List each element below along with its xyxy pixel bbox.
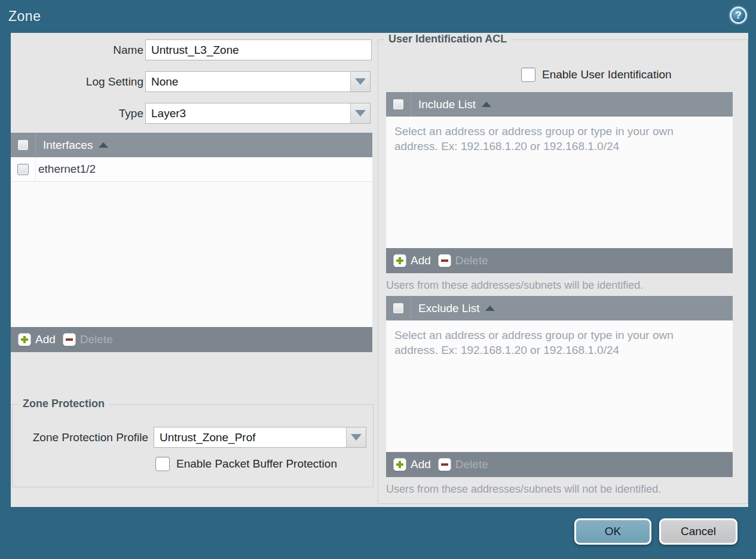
dialog-title: Zone bbox=[8, 8, 41, 25]
enable-user-identification-checkbox[interactable] bbox=[521, 68, 535, 82]
name-value: Untrust_L3_Zone bbox=[151, 44, 239, 57]
add-icon bbox=[393, 254, 406, 267]
zone-protection-profile-dropdown-button[interactable] bbox=[346, 427, 366, 447]
include-list-note: Users from these addresses/subnets will … bbox=[386, 279, 643, 292]
name-input[interactable]: Untrust_L3_Zone bbox=[145, 39, 372, 60]
log-setting-dropdown-button[interactable] bbox=[350, 72, 370, 91]
interfaces-table-toolbar: Add Delete bbox=[11, 327, 372, 352]
sort-ascending-icon bbox=[485, 306, 495, 311]
enable-packet-buffer-label: Enable Packet Buffer Protection bbox=[176, 457, 337, 471]
type-dropdown-button[interactable] bbox=[350, 103, 370, 123]
exclude-list-column-header[interactable]: Exclude List bbox=[418, 302, 495, 315]
interfaces-header-checkbox-cell bbox=[11, 133, 36, 157]
include-list-body[interactable]: Select an address or address group or ty… bbox=[386, 117, 733, 248]
include-list-column-header[interactable]: Include List bbox=[418, 98, 491, 111]
exclude-list-body[interactable]: Select an address or address group or ty… bbox=[386, 320, 733, 452]
interfaces-table-body: ethernet1/2 bbox=[11, 157, 372, 327]
chevron-down-icon bbox=[355, 78, 366, 85]
cancel-button[interactable]: Cancel bbox=[659, 518, 737, 545]
include-list-header[interactable]: Include List bbox=[386, 92, 733, 117]
row-checkbox[interactable] bbox=[17, 164, 29, 175]
packet-buffer-row: Enable Packet Buffer Protection bbox=[155, 457, 337, 471]
exclude-list-placeholder: Select an address or address group or ty… bbox=[386, 320, 721, 365]
exclude-list-toolbar: Add Delete bbox=[386, 452, 733, 477]
delete-button[interactable]: Delete bbox=[438, 458, 488, 471]
zone-protection-section: Zone Protection Zone Protection Profile … bbox=[12, 404, 374, 487]
add-button[interactable]: Add bbox=[393, 458, 431, 471]
interfaces-select-all-checkbox[interactable] bbox=[17, 139, 29, 151]
add-button[interactable]: Add bbox=[18, 333, 56, 346]
user-identification-section: User Identification ACL Enable User Iden… bbox=[378, 39, 748, 504]
chevron-down-icon bbox=[355, 110, 366, 117]
exclude-list-header[interactable]: Exclude List bbox=[386, 296, 733, 320]
type-label: Type bbox=[11, 107, 143, 120]
log-setting-select[interactable]: None bbox=[145, 71, 371, 92]
table-row[interactable]: ethernet1/2 bbox=[11, 157, 372, 182]
ok-button[interactable]: OK bbox=[574, 518, 651, 545]
include-select-all-checkbox[interactable] bbox=[393, 99, 404, 110]
user-identification-legend: User Identification ACL bbox=[384, 33, 511, 45]
enable-user-id-row: Enable User Identification bbox=[521, 68, 672, 82]
interface-name: ethernet1/2 bbox=[38, 163, 96, 176]
delete-icon bbox=[63, 333, 76, 346]
zone-protection-legend: Zone Protection bbox=[19, 398, 109, 410]
name-label: Name bbox=[11, 44, 143, 57]
enable-packet-buffer-checkbox[interactable] bbox=[155, 457, 170, 471]
chevron-down-icon bbox=[351, 434, 362, 441]
include-list-toolbar: Add Delete bbox=[386, 248, 733, 273]
type-select[interactable]: Layer3 bbox=[145, 103, 371, 124]
include-list-placeholder: Select an address or address group or ty… bbox=[386, 117, 721, 161]
add-icon bbox=[18, 333, 31, 346]
interfaces-table-header[interactable]: Interfaces bbox=[11, 133, 372, 157]
include-list-table: Include List Select an address or addres… bbox=[386, 92, 733, 273]
question-mark-icon: ? bbox=[735, 10, 741, 20]
zone-protection-profile-select[interactable]: Untrust_Zone_Prof bbox=[154, 427, 366, 448]
zone-dialog: Zone ? Name Untrust_L3_Zone Log Setting … bbox=[0, 0, 756, 559]
zone-protection-profile-label: Zone Protection Profile bbox=[13, 431, 148, 444]
dialog-body: Name Untrust_L3_Zone Log Setting None Ty… bbox=[11, 33, 748, 507]
zone-protection-profile-value[interactable]: Untrust_Zone_Prof bbox=[154, 427, 346, 447]
log-setting-value[interactable]: None bbox=[146, 72, 350, 91]
exclude-list-note: Users from these addresses/subnets will … bbox=[386, 483, 661, 496]
interfaces-table: Interfaces ethernet1/2 Add bbox=[11, 133, 372, 352]
type-value[interactable]: Layer3 bbox=[146, 103, 350, 123]
enable-user-identification-label: Enable User Identification bbox=[542, 68, 672, 81]
delete-button[interactable]: Delete bbox=[63, 333, 113, 346]
delete-icon bbox=[438, 254, 451, 267]
add-icon bbox=[393, 458, 406, 471]
delete-icon bbox=[438, 458, 451, 471]
interfaces-column-header[interactable]: Interfaces bbox=[43, 139, 108, 152]
exclude-select-all-checkbox[interactable] bbox=[393, 303, 404, 314]
delete-button[interactable]: Delete bbox=[438, 254, 488, 267]
log-setting-label: Log Setting bbox=[11, 75, 143, 88]
exclude-list-table: Exclude List Select an address or addres… bbox=[386, 296, 733, 477]
add-button[interactable]: Add bbox=[393, 254, 431, 267]
sort-ascending-icon bbox=[482, 102, 491, 107]
help-button[interactable]: ? bbox=[730, 7, 747, 24]
sort-ascending-icon bbox=[99, 142, 108, 148]
